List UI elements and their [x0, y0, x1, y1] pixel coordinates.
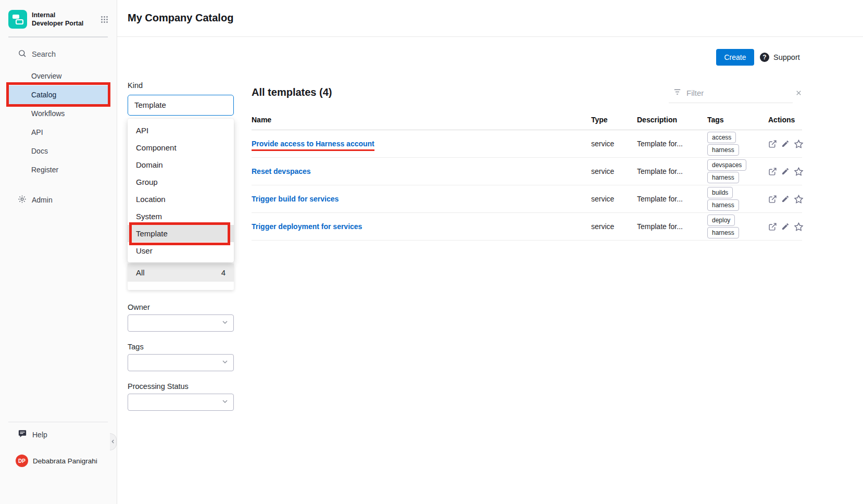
column-header-description[interactable]: Description — [637, 116, 707, 124]
template-name-link[interactable]: Reset devspaces — [252, 167, 311, 175]
edit-icon[interactable] — [781, 222, 790, 231]
template-name-link[interactable]: Trigger deployment for services — [252, 222, 362, 231]
tags-select[interactable] — [128, 354, 234, 371]
owner-select[interactable] — [128, 314, 234, 332]
catalog-table-body: Provide access to Harness accountservice… — [252, 130, 802, 241]
sidebar-item-label: Workflows — [31, 109, 65, 118]
kind-option-template[interactable]: Template — [128, 225, 234, 242]
table-row: Reset devspacesserviceTemplate for...dev… — [252, 158, 802, 185]
open-in-new-icon[interactable] — [768, 222, 777, 231]
sidebar-item-label: Catalog — [31, 91, 56, 99]
kind-selected-value: Template — [134, 100, 166, 109]
favorite-star-icon[interactable] — [794, 139, 804, 149]
favorite-star-icon[interactable] — [794, 167, 804, 177]
sidebar-item-docs[interactable]: Docs — [8, 142, 109, 160]
table-filter-box — [669, 83, 793, 103]
open-in-new-icon[interactable] — [768, 140, 777, 148]
catalog-table: Name Type Description Tags Actions Provi… — [252, 109, 802, 241]
kind-option-api[interactable]: API — [128, 122, 234, 139]
kind-dropdown-menu: APIComponentDomainGroupLocationSystemTem… — [128, 119, 234, 262]
kind-option-domain[interactable]: Domain — [128, 156, 234, 173]
table-header: Name Type Description Tags Actions — [252, 109, 802, 130]
template-description: Template for... — [637, 167, 707, 175]
favorite-star-icon[interactable] — [794, 194, 804, 204]
tag-pill[interactable]: harness — [707, 199, 739, 211]
chevron-down-icon — [221, 318, 229, 329]
create-button[interactable]: Create — [716, 49, 754, 66]
tag-pill[interactable]: deploy — [707, 215, 735, 226]
admin-label: Admin — [32, 196, 53, 204]
open-in-new-icon[interactable] — [768, 167, 777, 176]
template-description: Template for... — [637, 140, 707, 148]
tags-filter-label: Tags — [128, 343, 144, 351]
chat-help-icon — [18, 429, 27, 440]
avatar: DP — [16, 455, 28, 467]
kind-facet-card: All 4 — [128, 263, 234, 290]
help-label: Help — [32, 431, 47, 439]
processing-status-select[interactable] — [128, 394, 234, 411]
app-title: Internal Developer Portal — [32, 11, 88, 28]
table-filter-input[interactable] — [686, 89, 790, 97]
kind-option-user[interactable]: User — [128, 242, 234, 259]
kind-option-component[interactable]: Component — [128, 139, 234, 156]
app-logo-icon — [8, 10, 27, 29]
tag-pill[interactable]: access — [707, 132, 736, 143]
sidebar-item-label: Register — [31, 166, 58, 174]
help-button[interactable]: Help — [18, 429, 47, 440]
kind-select[interactable]: Template — [128, 95, 234, 116]
template-name-link[interactable]: Provide access to Harness account — [252, 140, 374, 151]
page-title: My Company Catalog — [128, 12, 233, 24]
tag-pill[interactable]: harness — [707, 144, 739, 156]
search-icon — [18, 49, 27, 59]
user-profile[interactable]: DP Debabrata Panigrahi — [16, 455, 97, 467]
template-actions — [768, 167, 802, 177]
sidebar-item-register[interactable]: Register — [8, 160, 109, 179]
template-type: service — [591, 140, 637, 148]
chevron-left-icon — [110, 437, 116, 447]
table-row: Trigger deployment for servicesserviceTe… — [252, 213, 802, 241]
sidebar-item-workflows[interactable]: Workflows — [8, 104, 109, 123]
support-button[interactable]: ? Support — [760, 53, 800, 62]
sidebar-search-label: Search — [32, 50, 56, 58]
clear-filter-icon[interactable] — [795, 89, 803, 97]
column-header-type[interactable]: Type — [591, 116, 637, 124]
support-label: Support — [773, 53, 800, 61]
template-name-link[interactable]: Trigger build for services — [252, 195, 339, 203]
kind-option-group[interactable]: Group — [128, 173, 234, 191]
open-in-new-icon[interactable] — [768, 195, 777, 204]
column-header-tags[interactable]: Tags — [707, 116, 768, 124]
column-header-name[interactable]: Name — [252, 116, 591, 124]
sidebar-item-overview[interactable]: Overview — [8, 67, 109, 85]
table-row: Provide access to Harness accountservice… — [252, 130, 802, 158]
edit-icon[interactable] — [781, 140, 790, 148]
sidebar-search[interactable]: Search — [18, 49, 56, 59]
sidebar-item-label: API — [31, 128, 43, 136]
kind-option-system[interactable]: System — [128, 208, 234, 225]
facet-all-count: 4 — [221, 268, 226, 277]
apps-grid-icon[interactable] — [101, 16, 108, 23]
tag-pill[interactable]: devspaces — [707, 159, 746, 171]
sidebar-item-api[interactable]: API — [8, 123, 109, 142]
favorite-star-icon[interactable] — [794, 222, 804, 232]
edit-icon[interactable] — [781, 167, 790, 175]
sidebar-item-label: Docs — [31, 147, 48, 155]
sidebar-item-label: Overview — [31, 72, 61, 80]
filter-funnel-icon — [673, 87, 682, 98]
sidebar-divider — [8, 36, 108, 37]
edit-icon[interactable] — [781, 195, 790, 203]
template-tags: accessharness — [707, 132, 768, 156]
template-tags: devspacesharness — [707, 159, 768, 183]
sidebar-item-catalog[interactable]: Catalog — [8, 85, 109, 104]
kind-option-location[interactable]: Location — [128, 191, 234, 208]
facet-all-row[interactable]: All 4 — [128, 263, 234, 282]
tag-pill[interactable]: harness — [707, 172, 739, 183]
chevron-down-icon — [221, 397, 229, 408]
template-tags: buildsharness — [707, 187, 768, 211]
sidebar-item-admin[interactable]: Admin — [18, 195, 53, 205]
chevron-down-icon — [221, 358, 229, 368]
template-type: service — [591, 167, 637, 175]
column-header-actions: Actions — [768, 116, 802, 124]
question-mark-icon: ? — [760, 53, 769, 62]
tag-pill[interactable]: builds — [707, 187, 733, 198]
tag-pill[interactable]: harness — [707, 227, 739, 238]
